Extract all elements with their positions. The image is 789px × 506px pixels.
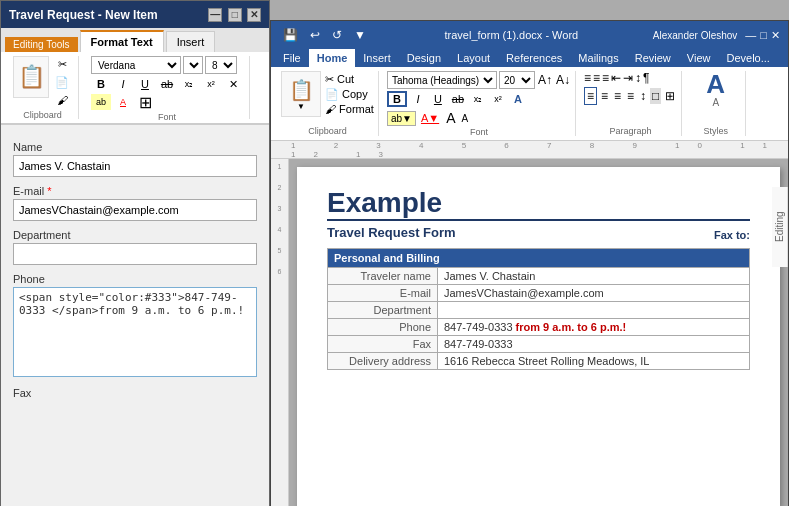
word-multilevel-btn[interactable]: ≡	[602, 71, 609, 85]
sp-font-size-select[interactable]: 8pt	[205, 56, 237, 74]
phone-label-cell: Phone	[328, 319, 438, 336]
word-font-size-row2-a[interactable]: A	[444, 109, 457, 127]
sp-superscript-btn[interactable]: x²	[201, 76, 221, 92]
word-superscript-btn[interactable]: x²	[489, 92, 507, 106]
word-copy-btn[interactable]: 📄 Copy	[325, 88, 374, 101]
word-menu-insert[interactable]: Insert	[355, 49, 399, 67]
sp-paste-btn[interactable]: 📋	[13, 56, 49, 98]
word-shrink-font-btn[interactable]: A↓	[555, 72, 571, 88]
word-redo-btn[interactable]: ↺	[328, 26, 346, 44]
word-quick-access-dropdown[interactable]: ▼	[350, 26, 370, 44]
doc-fax-row: Travel Request Form Fax to:	[327, 225, 750, 244]
word-shading-btn[interactable]: □	[650, 88, 661, 104]
sp-dept-input[interactable]	[13, 243, 257, 265]
sp-form-window: Travel Request - New Item — □ ✕ Editing …	[0, 0, 270, 506]
sp-format-painter-btn[interactable]: 🖌	[52, 92, 72, 108]
word-line-spacing-btn[interactable]: ↕	[638, 88, 648, 104]
word-font-size-select[interactable]: 20	[499, 71, 535, 89]
word-close-btn[interactable]: ✕	[771, 29, 780, 42]
sp-subscript-btn[interactable]: x₂	[179, 76, 199, 92]
sp-tab-format-text[interactable]: Format Text	[80, 30, 164, 52]
word-minimize-btn[interactable]: —	[745, 29, 756, 42]
sp-bold-btn[interactable]: B	[91, 76, 111, 92]
word-cut-btn[interactable]: ✂ Cut	[325, 73, 374, 86]
sp-strikethrough-btn[interactable]: ab	[157, 76, 177, 92]
sp-dept-field-group: Department	[13, 229, 257, 265]
word-strikethrough-btn[interactable]: ab	[449, 92, 467, 106]
word-clipboard-tools: ✂ Cut 📄 Copy 🖌 Format	[325, 73, 374, 115]
sp-font-color-btn[interactable]: A	[113, 94, 133, 110]
sp-copy-btn[interactable]: 📄	[52, 74, 72, 90]
sp-tab-insert[interactable]: Insert	[166, 31, 216, 52]
word-font-label: Font	[470, 127, 488, 137]
word-borders-btn[interactable]: ⊞	[663, 88, 677, 104]
word-menu-home[interactable]: Home	[309, 49, 356, 67]
doc-subtitle: Travel Request Form	[327, 225, 456, 240]
dept-label-cell: Department	[328, 302, 438, 319]
word-font-name-select[interactable]: Tahoma (Headings)	[387, 71, 497, 89]
word-italic-btn[interactable]: I	[409, 92, 427, 106]
word-font-size-row2-b[interactable]: A	[460, 112, 471, 125]
sp-font-name-select[interactable]: Verdana	[91, 56, 181, 74]
word-increase-indent-btn[interactable]: ⇥	[623, 71, 633, 85]
word-format-painter-btn[interactable]: 🖌 Format	[325, 103, 374, 115]
word-bold-btn[interactable]: B	[387, 91, 407, 107]
sp-phone-textarea[interactable]: <span style="color:#333">847-749-0333 </…	[13, 287, 257, 377]
word-numbering-btn[interactable]: ≡	[593, 71, 600, 85]
word-align-center-btn[interactable]: ≡	[599, 88, 610, 104]
table-row: Department	[328, 302, 750, 319]
word-show-hide-btn[interactable]: ¶	[643, 71, 649, 85]
sp-cut-btn[interactable]: ✂	[52, 56, 72, 72]
word-menu-layout[interactable]: Layout	[449, 49, 498, 67]
sp-clear-format-btn[interactable]: ✕	[223, 76, 243, 92]
word-menu-mailings[interactable]: Mailings	[570, 49, 626, 67]
word-menu-references[interactable]: References	[498, 49, 570, 67]
word-doc-area: Example Travel Request Form Fax to: Pers…	[289, 159, 788, 506]
delivery-label-cell: Delivery address	[328, 353, 438, 370]
sp-name-input[interactable]	[13, 155, 257, 177]
word-maximize-btn[interactable]: □	[760, 29, 767, 42]
sp-phone-field-group: Phone <span style="color:#333">847-749-0…	[13, 273, 257, 379]
word-grow-font-btn[interactable]: A↑	[537, 72, 553, 88]
sp-italic-btn[interactable]: I	[113, 76, 133, 92]
traveler-label: Traveler name	[328, 268, 438, 285]
word-menu-view[interactable]: View	[679, 49, 719, 67]
sp-highlight-btn[interactable]: ab	[91, 94, 111, 110]
word-justify-btn[interactable]: ≡	[625, 88, 636, 104]
word-subscript-btn[interactable]: x₂	[469, 92, 487, 106]
word-bullets-btn[interactable]: ≡	[584, 71, 591, 85]
word-underline-btn[interactable]: U	[429, 92, 447, 106]
word-align-right-btn[interactable]: ≡	[612, 88, 623, 104]
word-decrease-indent-btn[interactable]: ⇤	[611, 71, 621, 85]
sp-email-input[interactable]	[13, 199, 257, 221]
word-menu-review[interactable]: Review	[627, 49, 679, 67]
sp-font-style-select[interactable]: ▼	[183, 56, 203, 74]
sp-email-label: E-mail *	[13, 185, 257, 197]
word-highlight-btn[interactable]: ab▼	[387, 111, 416, 126]
word-paste-btn[interactable]: 📋▼	[281, 71, 321, 117]
word-font-section: Tahoma (Headings) 20 A↑ A↓ B I U ab x₂ x…	[383, 71, 576, 136]
word-undo-btn[interactable]: ↩	[306, 26, 324, 44]
word-save-btn[interactable]: 💾	[279, 26, 302, 44]
sp-minimize-btn[interactable]: —	[208, 8, 222, 22]
word-ruler: 1 2 3 4 5 6 7 8 9 10 11 12 13	[271, 141, 788, 159]
word-menu-design[interactable]: Design	[399, 49, 449, 67]
word-menu-file[interactable]: File	[275, 49, 309, 67]
word-styles-section: A A Styles	[686, 71, 746, 136]
sp-maximize-btn[interactable]: □	[228, 8, 242, 22]
word-text-effects-btn[interactable]: A	[509, 92, 527, 106]
sp-close-btn[interactable]: ✕	[247, 8, 261, 22]
sp-ribbon-content: 📋 ✂ 📄 🖌 Clipboard Verdana	[1, 52, 269, 124]
phone-red-text: from 9 a.m. to 6 p.m.!	[516, 321, 627, 333]
sp-format2-btn[interactable]: ⊞	[135, 94, 155, 110]
word-styles-big-a: A	[706, 71, 725, 97]
word-align-left-btn[interactable]: ≡	[584, 87, 597, 105]
word-title: travel_form (1).docx - Word	[370, 29, 653, 41]
word-styles-label: Styles	[703, 126, 728, 136]
word-sort-btn[interactable]: ↕	[635, 71, 641, 85]
word-font-color-btn[interactable]: A▼	[418, 111, 442, 125]
table-row: Fax 847-749-0333	[328, 336, 750, 353]
word-menu-developer[interactable]: Develo...	[718, 49, 777, 67]
sp-underline-btn[interactable]: U	[135, 76, 155, 92]
word-window: 💾 ↩ ↺ ▼ travel_form (1).docx - Word Alex…	[270, 20, 789, 506]
